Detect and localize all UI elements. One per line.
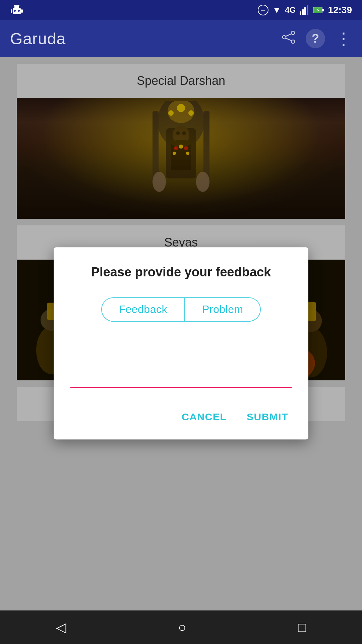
back-button[interactable]: ◁ xyxy=(49,613,73,642)
feedback-type-toggle: Feedback Problem xyxy=(70,298,292,322)
svg-rect-1 xyxy=(11,9,12,13)
dnd-icon: − xyxy=(258,5,268,15)
svg-rect-10 xyxy=(300,11,301,15)
feedback-dialog: Please provide your feedback Feedback Pr… xyxy=(54,247,308,439)
svg-rect-12 xyxy=(304,7,306,15)
status-bar-left xyxy=(10,3,23,17)
svg-rect-13 xyxy=(307,5,308,15)
problem-toggle-btn[interactable]: Problem xyxy=(185,298,261,322)
bottom-nav: ◁ ○ □ xyxy=(0,610,362,644)
svg-point-6 xyxy=(14,5,15,6)
content-area: Special Darshan xyxy=(0,57,362,610)
svg-point-3 xyxy=(14,10,16,12)
network-label: 4G xyxy=(285,5,296,15)
help-button[interactable]: ? xyxy=(306,29,325,48)
svg-line-20 xyxy=(286,34,291,36)
dialog-content: Please provide your feedback Feedback Pr… xyxy=(54,247,308,398)
app-bar: Garuda ? ⋮ xyxy=(0,20,362,57)
svg-rect-15 xyxy=(322,9,324,11)
robot-icon xyxy=(10,3,23,17)
time-display: 12:39 xyxy=(328,5,352,15)
home-button[interactable]: ○ xyxy=(171,613,193,642)
more-options-icon[interactable]: ⋮ xyxy=(335,30,352,47)
submit-button[interactable]: SUBMIT xyxy=(243,408,292,426)
recents-button[interactable]: □ xyxy=(291,613,313,642)
feedback-text-input[interactable] xyxy=(70,335,292,382)
svg-line-21 xyxy=(286,38,291,41)
signal-icon xyxy=(300,5,309,15)
svg-point-19 xyxy=(291,40,295,43)
svg-rect-5 xyxy=(15,5,18,8)
svg-point-7 xyxy=(18,5,19,6)
svg-point-18 xyxy=(283,36,286,39)
wifi-icon: ▼ xyxy=(273,5,281,15)
cancel-button[interactable]: CANCEL xyxy=(178,408,230,426)
feedback-toggle-btn[interactable]: Feedback xyxy=(101,298,185,322)
status-bar-right: − ▼ 4G 12:39 xyxy=(258,5,352,15)
status-bar: − ▼ 4G 12:39 xyxy=(0,0,362,20)
input-divider xyxy=(70,387,292,388)
dialog-actions: CANCEL SUBMIT xyxy=(54,398,308,433)
battery-icon xyxy=(313,6,324,14)
app-bar-actions: ? ⋮ xyxy=(282,29,352,48)
svg-rect-2 xyxy=(21,9,23,13)
app-title: Garuda xyxy=(10,30,66,48)
dialog-title: Please provide your feedback xyxy=(70,264,292,280)
share-icon[interactable] xyxy=(282,30,296,47)
svg-point-4 xyxy=(18,10,20,12)
svg-point-17 xyxy=(291,31,295,35)
svg-rect-11 xyxy=(302,9,304,15)
